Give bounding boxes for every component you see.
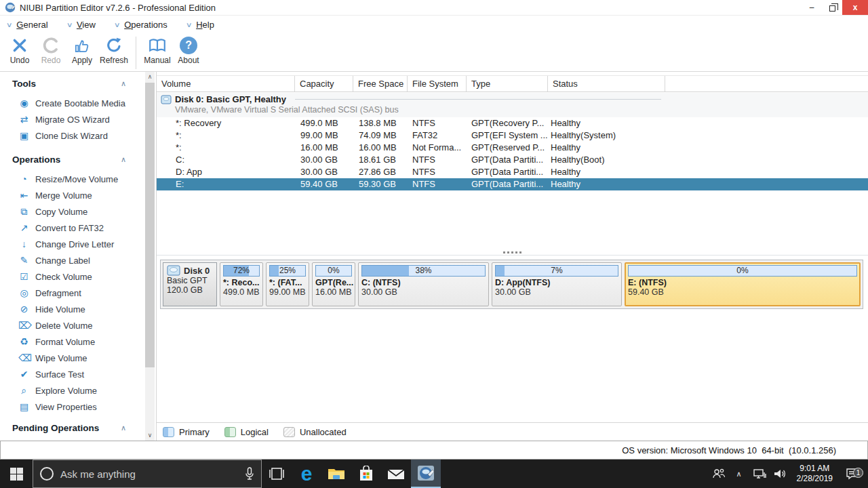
section-header-operations[interactable]: Operations ∧ (0, 155, 156, 165)
disk-group-title: Disk 0: Basic GPT, Healthy (175, 94, 286, 104)
clock[interactable]: 9:01 AM 2/28/2019 (791, 464, 838, 484)
scroll-down-icon[interactable]: ∨ (145, 430, 155, 441)
column-header-type[interactable]: Type (467, 76, 548, 92)
cortana-search-box[interactable]: Ask me anything (33, 460, 262, 488)
table-row[interactable]: D: App30.00 GB 27.86 GBNTFS GPT(Data Par… (157, 166, 868, 178)
partition-block-e-selected[interactable]: 0% E: (NTFS) 59.40 GB (625, 262, 861, 306)
sidebar-item-format-volume[interactable]: ♻ Format Volume (0, 333, 156, 350)
manual-book-icon (148, 37, 167, 54)
niubi-app-button-active[interactable] (411, 460, 441, 488)
partition-block-d[interactable]: 7% D: App(NTFS) 30.00 GB (492, 262, 622, 306)
logical-swatch-icon (224, 427, 236, 437)
scroll-up-icon[interactable]: ∧ (145, 72, 155, 82)
mail-button[interactable] (381, 460, 411, 488)
disk-name: Disk 0 (184, 266, 210, 276)
main-area: Tools ∧ ◉ Create Bootable Media ⇄ Migrat… (0, 72, 868, 441)
change-drive-letter-icon: ↓ (18, 239, 30, 249)
network-button[interactable] (751, 468, 768, 479)
section-header-tools[interactable]: Tools ∧ (0, 79, 156, 89)
sidebar-item-wipe-volume[interactable]: ⌫ Wipe Volume (0, 350, 156, 366)
store-button[interactable] (351, 460, 381, 488)
menu-bar: ∨ General ∨ View ∨ Operations ∨ Help (0, 16, 868, 33)
sidebar-item-hide-volume[interactable]: ⊘ Hide Volume (0, 301, 156, 317)
chevron-down-icon: ∨ (66, 21, 73, 28)
column-header-status[interactable]: Status (548, 76, 665, 92)
legend-bar: Primary Logical Unallocated (157, 422, 868, 441)
scrollbar-thumb[interactable] (145, 83, 155, 367)
manual-button[interactable]: Manual (142, 37, 173, 65)
start-button[interactable] (0, 460, 33, 488)
merge-volume-icon: ⇤ (18, 190, 30, 201)
volume-rows: *: Recovery499.0 MB 138.8 MBNTFS GPT(Rec… (157, 117, 868, 190)
table-row[interactable]: C:30.00 GB 18.61 GBNTFS GPT(Data Partiti… (157, 154, 868, 166)
menu-general[interactable]: ∨ General (7, 20, 48, 30)
sidebar-item-surface-test[interactable]: ✔ Surface Test (0, 366, 156, 382)
taskbar: Ask me anything e (0, 460, 868, 488)
partition-block-c[interactable]: 38% C: (NTFS) 30.00 GB (358, 262, 489, 306)
partition-block-recovery[interactable]: 72% *: Reco... 499.0 MB (220, 262, 263, 306)
sidebar-item-view-properties[interactable]: ▤ View Properties (0, 399, 156, 415)
chevron-down-icon: ∨ (114, 21, 121, 28)
sidebar-scrollbar[interactable]: ∧ ∨ (145, 72, 155, 441)
sidebar-item-change-drive-letter[interactable]: ↓ Change Drive Letter (0, 236, 156, 252)
minimize-icon: – (810, 3, 814, 12)
disk-group-row[interactable]: Disk 0: Basic GPT, Healthy VMware, VMwar… (157, 93, 868, 117)
section-header-pending-operations[interactable]: Pending Operations ∧ (0, 423, 156, 433)
sidebar-item-migrate-os-wizard[interactable]: ⇄ Migrate OS Wizard (0, 111, 156, 127)
menu-help[interactable]: ∨ Help (186, 20, 214, 30)
table-row[interactable]: *:16.00 MB 16.00 MBNot Forma... GPT(Rese… (157, 142, 868, 154)
column-header-capacity[interactable]: Capacity (295, 76, 353, 92)
menu-operations[interactable]: ∨ Operations (115, 20, 167, 30)
restore-button[interactable] (822, 0, 842, 15)
sidebar-item-create-bootable-media[interactable]: ◉ Create Bootable Media (0, 95, 156, 111)
about-button[interactable]: ? About (173, 37, 204, 65)
undo-button[interactable]: Undo (4, 37, 35, 65)
redo-button[interactable]: Redo (35, 37, 66, 65)
defragment-icon: ◎ (18, 287, 30, 298)
tray-overflow-button[interactable]: ∧ (730, 470, 748, 479)
minimize-button[interactable]: – (802, 0, 822, 15)
usage-bar: 25% (269, 265, 306, 277)
disk-type: Basic GPT (167, 276, 213, 285)
sidebar-item-delete-volume[interactable]: ⌦ Delete Volume (0, 317, 156, 333)
column-header-blank (665, 76, 868, 92)
sidebar-item-change-label[interactable]: ✎ Change Label (0, 252, 156, 268)
sidebar: Tools ∧ ◉ Create Bootable Media ⇄ Migrat… (0, 72, 156, 441)
sidebar-item-resize-move-volume[interactable]: ◔ Resize/Move Volume (0, 171, 156, 187)
bootable-media-icon: ◉ (18, 98, 30, 108)
table-row[interactable]: *: Recovery499.0 MB 138.8 MBNTFS GPT(Rec… (157, 117, 868, 129)
action-center-button[interactable]: 1 (841, 468, 864, 480)
partition-block-reserved[interactable]: 0% GPT(Re... 16.00 MB (312, 262, 355, 306)
edge-browser-button[interactable]: e (292, 460, 321, 488)
table-row-selected[interactable]: E:59.40 GB 59.30 GBNTFS GPT(Data Partiti… (157, 178, 868, 190)
menu-view[interactable]: ∨ View (67, 20, 96, 30)
people-button[interactable] (710, 468, 728, 480)
task-view-button[interactable] (262, 460, 292, 488)
sidebar-item-merge-volume[interactable]: ⇤ Merge Volume (0, 187, 156, 203)
sidebar-item-convert-to-fat32[interactable]: ↗ Convert to FAT32 (0, 220, 156, 236)
sidebar-item-clone-disk-wizard[interactable]: ▣ Clone Disk Wizard (0, 127, 156, 144)
apply-button[interactable]: Apply (66, 37, 98, 65)
refresh-button[interactable]: Refresh (98, 37, 130, 65)
volume-button[interactable] (771, 468, 789, 479)
collapse-chevron-icon: ∧ (121, 424, 126, 432)
table-row[interactable]: *:99.00 MB 74.09 MBFAT32 GPT(EFI System … (157, 129, 868, 142)
edge-icon: e (301, 464, 313, 484)
sidebar-item-check-volume[interactable]: ☑ Check Volume (0, 268, 156, 285)
sidebar-item-copy-volume[interactable]: ⧉ Copy Volume (0, 203, 156, 220)
file-explorer-icon (328, 467, 345, 481)
toolbar-separator (136, 37, 136, 69)
file-explorer-button[interactable] (321, 460, 351, 488)
speaker-icon (773, 468, 787, 479)
disk-icon (167, 265, 180, 276)
niubi-app-icon (416, 464, 435, 482)
disk-info-block[interactable]: Disk 0 Basic GPT 120.0 GB (163, 262, 217, 306)
apply-thumbs-up-icon (73, 37, 91, 54)
column-header-volume[interactable]: Volume (157, 76, 295, 92)
close-button[interactable]: x (842, 0, 868, 15)
column-header-file-system[interactable]: File System (408, 76, 467, 92)
sidebar-item-explore-volume[interactable]: ⌕ Explore Volume (0, 382, 156, 399)
partition-block-efi[interactable]: 25% *: (FAT... 99.00 MB (266, 262, 309, 306)
sidebar-item-defragment[interactable]: ◎ Defragment (0, 285, 156, 301)
column-header-free-space[interactable]: Free Space (353, 76, 408, 92)
